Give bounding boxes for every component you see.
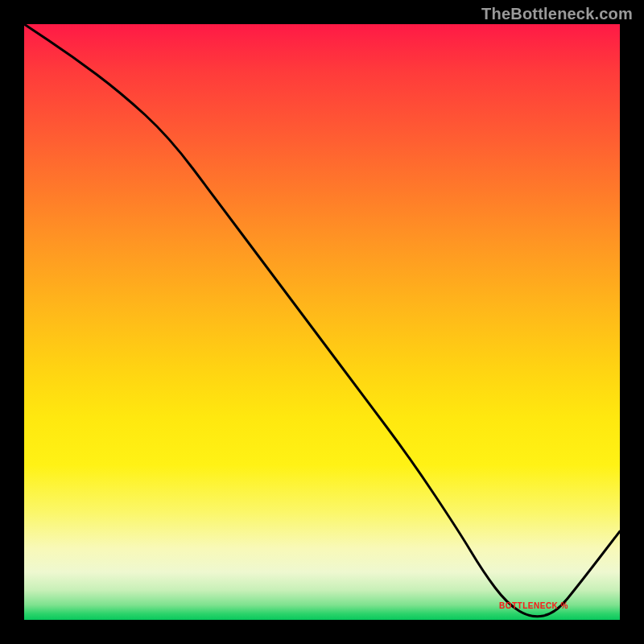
chart-stage: TheBottleneck.com BOTTLENECK %: [0, 0, 644, 644]
plot-area: BOTTLENECK %: [24, 24, 620, 620]
curve-svg: [24, 24, 620, 620]
watermark-text: TheBottleneck.com: [481, 5, 633, 23]
bottleneck-curve: [24, 24, 620, 617]
bottleneck-label: BOTTLENECK %: [499, 601, 568, 610]
